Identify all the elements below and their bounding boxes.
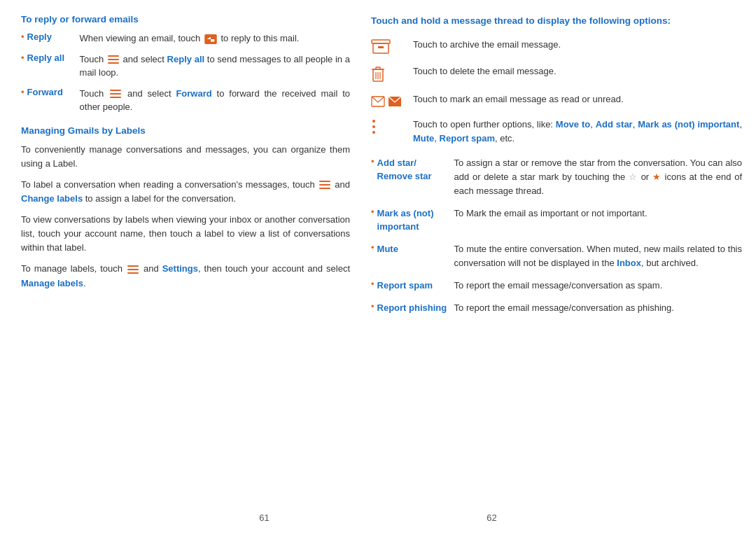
reply-icon [204, 34, 217, 44]
reply-row: • Reply When viewing an email, touch to … [21, 32, 350, 46]
hamburger-icon-3 [319, 181, 330, 189]
readunread-icon-area [371, 92, 413, 108]
term-report-spam: Report spam [377, 279, 454, 293]
para1: To conveniently manage conversations and… [21, 143, 350, 171]
svg-point-16 [372, 125, 375, 128]
right-column: Touch and hold a message thread to displ… [364, 14, 742, 523]
bullet-reply-all: • [21, 53, 24, 63]
para3: To view conversations by labels when vie… [21, 213, 350, 255]
def-mark-important: To Mark the email as important or not im… [454, 207, 648, 221]
right-header: Touch and hold a message thread to displ… [371, 14, 742, 28]
left-page-num: 61 [259, 512, 269, 523]
delete-icon [371, 66, 385, 83]
svg-point-15 [372, 120, 375, 123]
section2-title: Managing Gmails by Labels [21, 125, 350, 136]
bullet-report-phishing: • [371, 301, 374, 312]
readunread-icon [371, 94, 402, 108]
archive-icon-area [371, 38, 413, 55]
more-desc: Touch to open further options, like: Mov… [413, 118, 742, 146]
delete-icon-area [371, 64, 413, 83]
bullet-add-star: • [371, 156, 374, 167]
more-icon-area [371, 118, 413, 134]
term-reply-all: Reply all [27, 53, 80, 63]
bullet-mark-important: • [371, 207, 374, 217]
page-footer: 61 62 [0, 512, 756, 523]
star-outline-icon: ☆ [629, 172, 638, 182]
star-filled-icon: ★ [652, 172, 662, 182]
svg-rect-0 [204, 34, 217, 44]
hamburger-icon-4 [127, 265, 139, 274]
def-report-phishing: To report the email message/conversation… [454, 301, 674, 315]
report-phishing-row: • Report phishing To report the email me… [371, 301, 742, 315]
bullet-report-spam: • [371, 279, 374, 289]
more-item: Touch to open further options, like: Mov… [371, 118, 742, 146]
def-add-star: To assign a star or remove the star from… [454, 156, 742, 198]
def-reply-all: Touch and select Reply all to send messa… [80, 53, 350, 80]
more-icon [371, 119, 377, 134]
archive-desc: Touch to archive the email message. [413, 38, 742, 52]
term-mute: Mute [377, 242, 454, 256]
para4: To manage labels, touch and Settings, th… [21, 262, 350, 290]
right-page-num: 62 [486, 512, 496, 523]
svg-rect-4 [378, 46, 384, 48]
page-container: To reply or forward emails • Reply When … [0, 0, 756, 537]
def-forward: Touch and select Forward to forward the … [80, 87, 350, 114]
para2: To label a conversation when reading a c… [21, 178, 350, 206]
bullet-reply: • [21, 32, 24, 42]
add-star-row: • Add star/Remove star To assign a star … [371, 156, 742, 198]
def-report-spam: To report the email message/conversation… [454, 279, 663, 293]
term-reply: Reply [27, 32, 80, 42]
term-mark-important: Mark as (not)important [377, 207, 454, 234]
term-report-phishing: Report phishing [377, 301, 454, 315]
archive-icon [371, 39, 391, 55]
hamburger-icon-2 [110, 90, 121, 98]
def-reply: When viewing an email, touch to reply to… [80, 32, 300, 46]
bullet-mute: • [371, 242, 374, 253]
section1-title: To reply or forward emails [21, 14, 350, 25]
reply-all-row: • Reply all Touch and select Reply all t… [21, 53, 350, 80]
report-spam-row: • Report spam To report the email messag… [371, 279, 742, 293]
hamburger-icon-1 [108, 55, 119, 64]
readunread-desc: Touch to mark an email message as read o… [413, 92, 742, 106]
mark-important-row: • Mark as (not)important To Mark the ema… [371, 207, 742, 234]
forward-row: • Forward Touch and select Forward to fo… [21, 87, 350, 114]
term-add-star: Add star/Remove star [377, 156, 454, 183]
delete-item: Touch to delete the email message. [371, 64, 742, 83]
readunread-item: Touch to mark an email message as read o… [371, 92, 742, 108]
delete-desc: Touch to delete the email message. [413, 64, 742, 78]
archive-item: Touch to archive the email message. [371, 38, 742, 55]
term-forward: Forward [27, 87, 80, 97]
bullet-forward: • [21, 87, 24, 97]
left-column: To reply or forward emails • Reply When … [21, 14, 364, 523]
def-mute: To mute the entire conversation. When mu… [454, 242, 742, 270]
svg-point-17 [372, 131, 375, 134]
mute-row: • Mute To mute the entire conversation. … [371, 242, 742, 270]
